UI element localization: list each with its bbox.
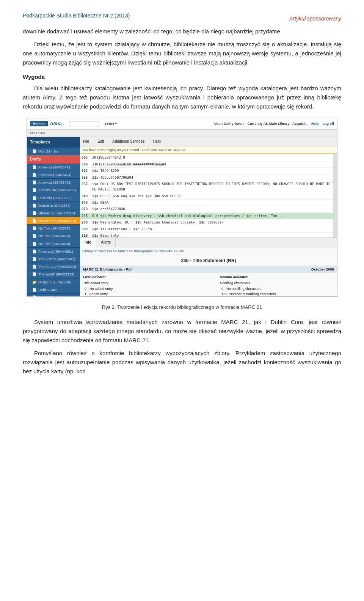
sidebar-item-16[interactable]: 📁Multilingual Records xyxy=(27,278,80,286)
record-row[interactable]: 260$$a Washington, DC : $$b American Che… xyxy=(80,219,337,226)
md-editor-bar: MD Editor xyxy=(27,130,337,137)
sidebar-title: Templates xyxy=(27,137,80,148)
paragraph-3: Dla wielu bibliotekarzy katalogowanie je… xyxy=(23,84,341,111)
record-val: 20110630144842.0 xyxy=(92,155,336,160)
logoff-link[interactable]: Log off xyxy=(323,122,334,126)
first-indicator-col: First Indicator Title added entry 0 - No… xyxy=(83,274,197,296)
sidebar-section-drafts: Drafts xyxy=(27,155,80,164)
record-row[interactable]: 079$$a ocn664723806 xyxy=(80,206,337,212)
record-row[interactable]: 008110121u1998uuuudcubr##########0eng#d xyxy=(80,161,337,168)
sidebar-item-14[interactable]: 📄The bone p (99483390) xyxy=(27,263,80,271)
user-label: User: Cathy Owen xyxy=(214,122,244,126)
info-subtitle: MARC 21 Bibliographic - Full October 200… xyxy=(80,266,337,273)
alma-sidebar: Templates 📄Marc21 - Bib Drafts 📄Amexica … xyxy=(27,137,80,296)
info-field-title: 245 - Title Statement (NR) xyxy=(80,255,337,265)
record-val: $$a 1099-8209 xyxy=(92,168,336,173)
alma-menubar: File Edit Additional Services Help xyxy=(80,137,337,146)
record-row[interactable]: 300$$b illustrations ; $$c 28 cm. xyxy=(80,226,337,233)
record-tag: 035 xyxy=(82,175,92,180)
record-row[interactable]: 037$$a ONLY US RDA TEST PARTICIPANTS SHO… xyxy=(80,181,337,193)
record-row[interactable]: 2450 0 $$a Modern drug discovery : $$b c… xyxy=(80,213,337,219)
paragraph-5: Pomyślano również o komforcie biblioteka… xyxy=(23,349,341,376)
first-indicator-label: First Indicator xyxy=(83,274,197,280)
screenshot-container: ExLibris Alma . Tasks 1 User: Cathy Owen… xyxy=(27,118,337,297)
sidebar-item-9[interactable]: 📄No Title (99483367) xyxy=(27,225,80,232)
record-tag: 079 xyxy=(82,206,92,212)
paragraph-4: System umożliwia wprowadzanie metadanych… xyxy=(23,318,341,345)
record-row[interactable]: 022$$a 1099-8209 xyxy=(80,168,337,174)
search-bar-area xyxy=(69,121,99,127)
record-tag: 022 xyxy=(82,168,92,173)
scrollbar[interactable] xyxy=(333,154,337,238)
record-val: $$a OCLCQ $$b eng $$e rda $$c QBX $$d OC… xyxy=(92,194,336,199)
second-indicator-range: 1-9 - Number of nonfiling characters xyxy=(221,291,334,296)
second-indicator-0: 0 - No nonfiling characters xyxy=(221,286,334,291)
sidebar-item-5[interactable]: 📄Civil Affa (99483726) xyxy=(27,194,80,202)
alma-brand: Alma . xyxy=(50,120,64,128)
alma-status-bar: You have 5 warning(s) on your record - D… xyxy=(80,146,337,154)
alma-main-area: Templates 📄Marc21 - Bib Drafts 📄Amexica … xyxy=(27,137,337,296)
record-val: $$a ONLY US RDA TEST PARTICIPANTS SHOULD… xyxy=(92,181,336,192)
record-tag: 245 xyxy=(82,213,92,219)
sidebar-item-13[interactable]: 📄The Austra (99427447) xyxy=(27,255,80,263)
first-indicator-note: Title added entry xyxy=(83,280,197,286)
alma-info-panel: Info Alerts Library of Congress >> MARC … xyxy=(80,238,337,296)
sidebar-item-2[interactable]: 📄Amexica (99483494) xyxy=(27,171,80,179)
record-row[interactable]: 049$$a QBXA xyxy=(80,200,337,206)
record-val: $$a QBXA xyxy=(92,200,336,205)
record-tag: 049 xyxy=(82,200,92,205)
tab-info[interactable]: Info xyxy=(80,238,96,247)
record-val: $$a ocn664723806 xyxy=(92,206,336,212)
tasks-label: Tasks 1 xyxy=(105,121,117,127)
record-tag: 005 xyxy=(82,155,92,160)
sidebar-item-6[interactable]: 📄Detroit ar (9942844) xyxy=(27,202,80,209)
sidebar-item-7[interactable]: 📄Global cap (99470717) xyxy=(27,209,80,217)
help-link[interactable]: Help xyxy=(311,122,319,126)
menu-file[interactable]: File xyxy=(82,138,91,145)
sidebar-item-3[interactable]: 📄Amexica (99483491) xyxy=(27,179,80,186)
tab-alerts[interactable]: Alerts xyxy=(96,238,116,247)
marc-subtitle: MARC 21 Bibliographic - Full xyxy=(83,266,132,272)
record-val: 110121u1998uuuudcubr##########0eng#d xyxy=(92,162,336,167)
info-indicators: First Indicator Title added entry 0 - No… xyxy=(80,273,337,296)
exlibris-bar: ExLibris Alma . Tasks 1 User: Cathy Owen… xyxy=(27,118,337,130)
menu-additional-services[interactable]: Additional Services xyxy=(111,138,146,145)
menu-edit[interactable]: Edit xyxy=(96,138,105,145)
currently-at: Currently At: Main Library - Acquisi... xyxy=(248,122,308,126)
record-row[interactable]: 035$$a (OCoLC)697796304 xyxy=(80,175,337,181)
alma-info-tabs: Info Alerts xyxy=(80,238,337,247)
first-indicator-0: 0 - No added entry xyxy=(85,286,197,291)
sidebar-item-marc21bib[interactable]: 📄Marc21 - Bib xyxy=(27,148,80,155)
record-tag: 300 xyxy=(82,227,92,232)
alma-records-area: 00520110630144842.0008110121u1998uuuudcu… xyxy=(80,154,337,238)
record-tag: 040 xyxy=(82,194,92,199)
search-input[interactable] xyxy=(69,121,99,126)
sidebar-item-12[interactable]: 📄Pride and (99444591) xyxy=(27,248,80,255)
sidebar-item-10[interactable]: 📄No Title (99483493) xyxy=(27,232,80,240)
sidebar-item-8[interactable]: 📄Modern dru (99483373) xyxy=(27,217,80,225)
sidebar-item-1[interactable]: 📄Amexica (99483492) xyxy=(27,164,80,171)
sidebar-item-18[interactable]: 📄Marc21 Holdings xyxy=(27,294,80,301)
record-row[interactable]: 00520110630144842.0 xyxy=(80,154,337,161)
record-tag: 310 xyxy=(82,233,92,238)
sidebar-item-11[interactable]: 📄No Title (99483490) xyxy=(27,240,80,248)
record-tag: 037 xyxy=(82,181,92,192)
record-row[interactable]: 310$$a Bimonthly xyxy=(80,233,337,238)
figure-caption: Rys 2. Tworzenie i edycja rekordu biblio… xyxy=(23,304,341,312)
exlibris-logo: ExLibris xyxy=(30,121,48,126)
record-val: $$a Washington, DC : $$b American Chemic… xyxy=(92,220,336,225)
menu-help[interactable]: Help xyxy=(151,138,162,145)
alma-content-area: File Edit Additional Services Help You h… xyxy=(80,137,337,296)
first-indicator-1: 1 - Added entry xyxy=(85,291,197,296)
user-info: User: Cathy Owen Currently At: Main Libr… xyxy=(214,121,334,126)
record-row[interactable]: 040$$a OCLCQ $$b eng $$e rda $$c QBX $$d… xyxy=(80,193,337,200)
section-heading-wygoda: Wygoda xyxy=(23,72,341,82)
record-val: $$a (OCoLC)697796304 xyxy=(92,175,336,180)
sidebar-item-17[interactable]: 📄Dublin Core xyxy=(27,286,80,294)
sidebar-item-15[interactable]: 📄The world' (99423333) xyxy=(27,271,80,278)
paragraph-2: Dzięki temu, że jest to system działając… xyxy=(23,40,341,67)
info-breadcrumb: Library of Congress >> MARC >> Bibliogra… xyxy=(80,247,337,255)
record-tag: 260 xyxy=(82,220,92,225)
second-indicator-note: Nonfiling characters xyxy=(220,280,334,286)
sidebar-item-4[interactable]: 📄Ancient DN (99455265) xyxy=(27,186,80,194)
